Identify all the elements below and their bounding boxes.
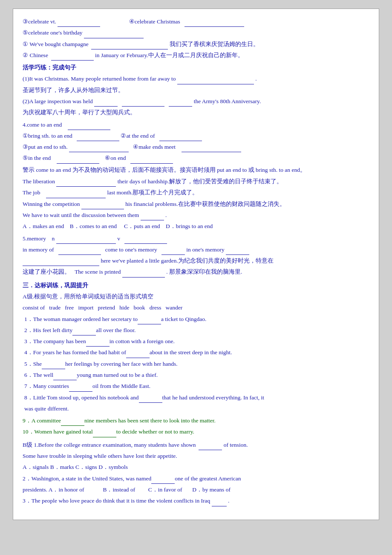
b2-line2-text: presidents. A．in honor of — [23, 486, 84, 493]
ex-item-10: 10．Women have gained totalto decide whet… — [23, 427, 369, 437]
blank-liberation[interactable] — [56, 180, 116, 187]
memory-v-label: v — [117, 235, 120, 242]
ex10-text: 10．Women have gained total — [23, 428, 93, 435]
blank-ex10[interactable] — [93, 431, 116, 437]
blank-b1[interactable] — [199, 443, 222, 450]
blank-scene[interactable] — [122, 271, 165, 278]
ex8-text: 8．Little Tom stood up, opened his notebo… — [24, 394, 139, 401]
blank-wait[interactable] — [141, 214, 164, 220]
blank-ex8[interactable] — [139, 396, 162, 403]
winning-text: Winning the competition — [23, 201, 80, 207]
line-wait: We have to wait until the discussion bet… — [23, 210, 369, 220]
come-to-end-label: 4.come to an end — [23, 121, 62, 128]
ex-item-3: 3．The company has beenin cotton with a f… — [24, 336, 369, 347]
blank-ones-memory[interactable] — [226, 248, 249, 255]
come-memory-label: come to one's memory — [105, 246, 157, 253]
blank-put-end[interactable] — [69, 145, 129, 152]
blank-p1[interactable] — [177, 78, 254, 84]
blank-ex1[interactable] — [138, 318, 161, 324]
in-memory-label: in memory of — [23, 246, 54, 253]
blank-ex4[interactable] — [126, 351, 150, 358]
blank-on-end[interactable] — [130, 157, 173, 164]
blank-ex5[interactable] — [42, 362, 65, 369]
b2-d-text: D．by means of — [192, 486, 231, 493]
line-p2-cn: 为庆祝建军八十周年，举行了大型阅兵式。 — [23, 107, 369, 118]
blank-memory-v[interactable] — [124, 237, 167, 244]
blank-make-ends[interactable] — [182, 145, 241, 152]
blank-bring[interactable] — [77, 134, 119, 141]
blank-ex3[interactable] — [86, 340, 110, 347]
ex7-rest: oil from the Middle East. — [92, 383, 150, 389]
blank-come-memory[interactable] — [161, 248, 185, 255]
blank-at-end[interactable] — [159, 134, 202, 141]
memory-label: 5.memory n — [23, 235, 55, 242]
at-end-label: ②at the end of — [121, 133, 155, 139]
ex1-text: 1．The woman manager ordered her secretar… — [24, 316, 138, 322]
scene-text: The scene is printed — [75, 269, 121, 275]
line-winning: Winning the competition his financial pr… — [23, 199, 369, 209]
blank-p2-1[interactable] — [94, 100, 118, 107]
line-memory: 5.memory n v — [23, 234, 369, 244]
ex8-line1: 8．Little Tom stood up, opened his notebo… — [24, 393, 369, 403]
blank-job[interactable] — [46, 191, 106, 198]
blank-p2-3[interactable] — [169, 100, 192, 107]
lib-rest: their days of hardship.解放了，他们受苦受难的日子终于结束… — [118, 178, 282, 185]
b1-line2-text: Some have trouble in sleeping while othe… — [23, 453, 177, 459]
line-p1: (1)It was Christmas. Many people returne… — [23, 74, 369, 84]
make-ends-label: ④make ends meet — [133, 144, 176, 150]
blank-in-end[interactable] — [57, 157, 99, 164]
ex2-text: 2．His feet left dirty — [24, 327, 72, 333]
line-garden-cn: 这建了座小花园。 The scene is printed . 那景象深深印在我… — [23, 267, 369, 277]
fill2-rest: in January or February.中人在一月或二月庆祝自己的新年。 — [95, 52, 244, 58]
garden-cn: 这建了座小花园。 — [23, 269, 70, 275]
job-rest: last month.那项工作上个月完成了。 — [107, 189, 199, 196]
p1-text: (1)It was Christmas. Many people returne… — [23, 75, 176, 82]
choices-4-text: A．makes an end B．comes to an end C．puts … — [23, 223, 213, 229]
ex9-text: 9．A committee — [23, 417, 61, 424]
b2-rest: one of the greatest American — [175, 475, 241, 482]
blank-fill1[interactable] — [91, 43, 168, 49]
fill1-cn: 我们买了香槟来庆贺汤姆的生日。 — [170, 41, 259, 47]
blank-memory-n[interactable] — [56, 237, 116, 244]
ex4-rest: about in the street deep in the night. — [150, 349, 232, 356]
blank-ex9[interactable] — [61, 419, 84, 426]
blank-garden-1[interactable] — [23, 259, 99, 266]
line-put-make: ③put an end to sth. ④make ends meet — [23, 142, 369, 152]
b3-line: 3．The people who love peace do think tha… — [23, 496, 369, 506]
b2-text: 2．Washington, a state in the United Stat… — [23, 475, 151, 482]
celebrate-vt-label: ③celebrate vt. — [23, 18, 56, 25]
blank-come-to-end[interactable] — [68, 123, 110, 130]
blank-celebrate-birthday[interactable] — [84, 32, 144, 38]
b2-b-text: B．instead of — [103, 486, 135, 493]
grade-b-title: B级 1.Before the college entrance examina… — [23, 440, 369, 450]
p2-text: (2)A large inspection was held — [23, 98, 93, 104]
blank-ex6[interactable] — [53, 373, 77, 380]
ex-item-5: 5．Sheher feelings by covering her face w… — [24, 359, 369, 369]
p2-rest: the Army's 80th Anniversary. — [194, 98, 261, 104]
blank-b2[interactable] — [151, 477, 175, 484]
blank-b3[interactable] — [212, 500, 227, 506]
blank-ex7[interactable] — [69, 385, 92, 392]
ex-item-2: 2．His feet left dirtyall over the floor. — [24, 325, 369, 335]
ex8-line2: was quite different. — [24, 404, 369, 414]
blank-fill2[interactable] — [51, 54, 94, 61]
winning-rest: his financial problems.在比赛中获胜使他的财政问题随之消失… — [125, 201, 285, 207]
b2-line1: 2．Washington, a state in the United Stat… — [23, 474, 369, 484]
blank-winning[interactable] — [81, 202, 124, 209]
blank-celebrate-christmas[interactable] — [184, 20, 244, 27]
celebrate-christmas-label: ④celebrate Christmas — [129, 18, 180, 25]
blank-in-memory[interactable] — [58, 248, 101, 255]
line-liberation: The liberation their days of hardship.解放… — [23, 176, 369, 187]
ex5-rest: her feelings by covering her face with h… — [65, 361, 178, 367]
p2-cn: 为庆祝建军八十周年，举行了大型阅兵式。 — [23, 109, 136, 116]
grade-a-title: A级.根据句意，用所给单词或短语的适当形式填空 — [23, 292, 369, 302]
ex6-text: 6．The well — [24, 372, 53, 378]
line-in-memory: in memory of come to one's memory in one… — [23, 245, 369, 255]
blank-p2-2[interactable] — [122, 100, 164, 107]
blank-celebrate-vt[interactable] — [58, 20, 100, 27]
ex-item-8: 8．Little Tom stood up, opened his notebo… — [24, 393, 369, 414]
ex4-text: 4．For years he has formed the bad habit … — [24, 349, 126, 356]
ex1-rest: a ticket to Qingdao. — [161, 316, 206, 322]
blank-ex2[interactable] — [72, 329, 96, 335]
word-list: consist of trade free import pretend hid… — [23, 303, 369, 313]
